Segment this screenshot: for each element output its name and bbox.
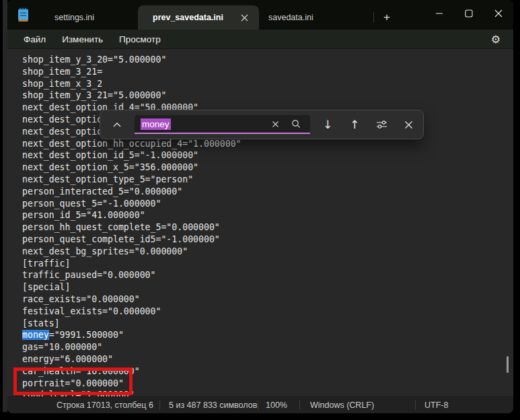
editor-line: [stats] (22, 318, 242, 330)
cursor-position-status: Строка 17013, столбец 6 (57, 397, 153, 413)
editor-line: shop_item_y_3_21="5.000000" (22, 90, 242, 102)
tab-savedata-ini[interactable]: savedata.ini (259, 5, 368, 30)
find-bar: money ↓ ↑ (100, 110, 424, 139)
tab-label: savedata.ini (268, 13, 313, 22)
find-query-text: money (141, 118, 171, 130)
status-bar: Строка 17013, столбец 6 5 из 487 833 сим… (7, 396, 513, 413)
editor-line: person_id_5="41.000000" (22, 209, 242, 221)
tab-separator (373, 12, 374, 23)
menu-bar: Файл Изменить Просмотр ⚙ (7, 30, 513, 49)
character-count-status: 5 из 487 833 символов (169, 397, 257, 413)
notepad-window: settings.ini prev_savedata.ini savedata.… (7, 0, 513, 413)
vertical-scrollbar-thumb[interactable] (507, 356, 509, 373)
editor-text: shop_item_y_3_20="5.000000"shop_item_3_2… (22, 54, 242, 396)
editor-line: race_exists="0.000000" (22, 293, 242, 306)
editor-line: next_dest_option_hh_occupied_4="1.000000… (22, 138, 242, 150)
encoding-status: UTF-8 (424, 397, 448, 413)
editor-line: [special] (22, 281, 242, 293)
notepad-app-icon (17, 7, 29, 22)
tab-close-icon[interactable] (239, 12, 250, 23)
find-options-icon[interactable] (371, 114, 392, 135)
editor-line: energy="6.000000" (22, 353, 242, 365)
editor-line: shop_item_3_21= (22, 66, 242, 78)
editor-line: person_quest_5="-1.000000" (22, 198, 242, 210)
status-divider (159, 400, 160, 410)
editor-line: traffic_paused="0.000000" (22, 269, 242, 281)
editor-line: next_dest_option_id_5="-1.000000" (22, 149, 242, 162)
editor-line: gas="10.000000" (22, 341, 242, 353)
editor-line: money="9991.500000" (22, 329, 242, 341)
tab-label: prev_savedata.ini (153, 13, 223, 22)
find-search-input[interactable]: money (135, 115, 310, 134)
find-close-icon[interactable] (398, 114, 419, 135)
tab-label: settings.ini (54, 13, 94, 22)
settings-gear-icon[interactable]: ⚙ (486, 30, 505, 48)
window-controls (424, 0, 513, 27)
status-divider (258, 400, 258, 410)
new-tab-button[interactable]: + (378, 9, 396, 26)
search-match-highlight: money (22, 330, 49, 340)
title-bar: settings.ini prev_savedata.ini savedata.… (7, 0, 513, 30)
maximize-button[interactable] (454, 0, 484, 27)
find-next-button[interactable]: ↓ (317, 114, 338, 135)
status-divider (415, 400, 416, 410)
minimize-button[interactable] (424, 0, 454, 27)
menu-view[interactable]: Просмотр (111, 34, 169, 44)
find-previous-button[interactable]: ↑ (344, 114, 365, 135)
tab-settings-ini[interactable]: settings.ini (38, 5, 138, 30)
close-button[interactable] (484, 0, 513, 27)
tab-strip: settings.ini prev_savedata.ini savedata.… (38, 0, 396, 30)
zoom-level-status: 100% (266, 397, 287, 413)
editor-line: festival_exists="0.000000" (22, 306, 242, 318)
background-window-edge (3, 0, 7, 412)
menu-file[interactable]: Файл (15, 34, 54, 44)
editor-line: [traffic] (22, 258, 242, 270)
red-annotation-rectangle (13, 368, 133, 395)
line-ending-status: Windows (CRLF) (310, 397, 374, 413)
editor-line: person_hh_quest_complete_5="0.000000" (22, 221, 242, 234)
editor-line: next_dest_option_x_5="356.000000" (22, 162, 242, 174)
status-divider (299, 400, 300, 410)
editor-line: shop_item_y_3_20="5.000000" (22, 54, 242, 66)
find-collapse-button[interactable] (106, 114, 128, 135)
editor-line: next_dest_bg_sprites="0.000000" (22, 246, 242, 258)
editor-line: next_dest_option_type_5="person" (22, 174, 242, 186)
clear-search-icon[interactable] (268, 117, 282, 131)
menu-edit[interactable]: Изменить (54, 34, 111, 44)
editor-line: shop_item_x_3_2 (22, 78, 242, 90)
search-icon (289, 117, 303, 131)
tab-prev-savedata-ini[interactable]: prev_savedata.ini (138, 5, 259, 30)
editor-line: person_quest_complete_id5="-1.000000" (22, 234, 242, 246)
editor-line: person_interacted_5="0.000000" (22, 186, 242, 198)
text-editor[interactable]: shop_item_y_3_20="5.000000"shop_item_3_2… (7, 49, 513, 396)
